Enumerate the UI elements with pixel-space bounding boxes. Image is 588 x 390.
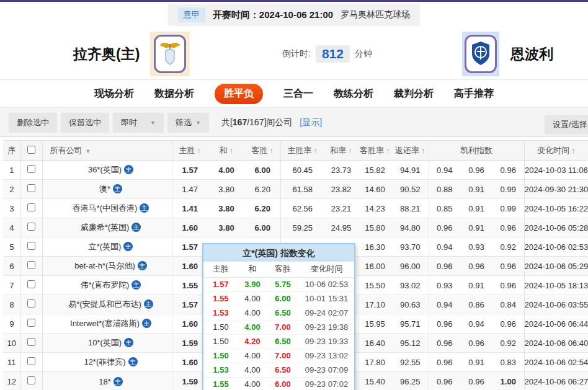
col-away-odds[interactable]: 客胜↑ — [245, 141, 280, 161]
col-change-time[interactable]: 变化时间↑ — [524, 141, 588, 161]
kelly-cell: 0.99 — [492, 180, 524, 199]
settings-button[interactable]: 设置/选择 — [545, 115, 588, 135]
row-checkbox[interactable] — [27, 338, 35, 346]
chevron-down-icon: ▼ — [195, 120, 201, 126]
company-cell[interactable]: 12*(菲律宾)主 — [42, 353, 172, 372]
company-cell[interactable]: bet-at-h*(马尔他)主 — [42, 257, 172, 276]
popup-header-row: 主胜 和 客胜 变化时间 — [203, 262, 354, 277]
rate-cell: 59.25 — [280, 218, 324, 237]
tab-4[interactable]: 三合一 — [283, 87, 313, 100]
company-name[interactable]: bet-at-h*(马尔他) — [74, 261, 135, 270]
company-name[interactable]: 立*(英国) — [89, 242, 122, 251]
col-seq: 序 — [3, 141, 20, 161]
row-select-cell[interactable] — [20, 161, 42, 180]
row-select-cell[interactable] — [20, 180, 42, 199]
rate-cell: 17.10 — [358, 295, 392, 314]
col-select-all[interactable] — [20, 141, 42, 161]
popup-draw-odds: 4.00 — [238, 306, 267, 320]
kickoff-time: 开赛时间：2024-10-06 21:00 — [213, 9, 333, 21]
col-home-rate[interactable]: 主胜率↑ — [280, 141, 324, 161]
main-company-badge: 主 — [114, 377, 123, 386]
company-cell[interactable]: 香港马*(中国香港)主 — [42, 199, 172, 218]
kelly-cell: 0.96 — [492, 257, 524, 276]
delete-selected-button[interactable]: 删除选中 — [9, 113, 57, 133]
popup-away-odds: 7.00 — [267, 320, 299, 334]
show-link[interactable]: [显示] — [300, 117, 322, 128]
tab-6[interactable]: 裁判分析 — [394, 87, 434, 100]
table-row[interactable]: 4威廉希*(英国)主1.603.806.0059.2524.9515.8094.… — [3, 218, 588, 237]
company-cell[interactable]: 伟*(直布罗陀)主 — [42, 276, 172, 295]
row-checkbox[interactable] — [27, 203, 35, 211]
rate-cell: 15.95 — [358, 314, 392, 334]
kelly-cell: 0.92 — [492, 237, 524, 257]
row-checkbox[interactable] — [27, 184, 35, 192]
row-select-cell[interactable] — [20, 295, 42, 314]
table-row[interactable]: 136*(英国)主1.574.006.0060.4523.7315.8294.9… — [3, 161, 588, 180]
keep-selected-button[interactable]: 保留选中 — [61, 113, 109, 133]
row-select-cell[interactable] — [20, 314, 42, 334]
tab-5[interactable]: 教练分析 — [334, 87, 373, 100]
company-name[interactable]: 威廉希*(英国) — [81, 223, 130, 232]
company-name[interactable]: 10*(英国) — [88, 338, 122, 347]
company-name[interactable]: 18* — [99, 377, 111, 386]
company-cell[interactable]: 立*(英国)主 — [42, 237, 172, 257]
popup-row: 1.534.006.5009-23 07:09 — [203, 363, 354, 377]
tab-3[interactable]: 胜平负 — [215, 84, 263, 104]
row-select-cell[interactable] — [20, 276, 42, 295]
instant-dropdown[interactable]: 即时▼ — [113, 113, 164, 133]
popup-draw-odds: 4.00 — [238, 320, 267, 334]
row-seq: 1 — [3, 161, 20, 180]
row-select-cell[interactable] — [20, 334, 42, 353]
col-draw-rate[interactable]: 和率↑ — [324, 141, 358, 161]
company-cell[interactable]: 36*(英国)主 — [42, 161, 172, 180]
col-return-rate[interactable]: 返还率↑ — [392, 141, 429, 161]
company-name[interactable]: 12*(菲律宾) — [84, 357, 125, 366]
kelly-cell: 0.96 — [429, 257, 460, 276]
select-all-checkbox[interactable] — [27, 146, 35, 154]
company-cell[interactable]: 18*主 — [42, 372, 172, 390]
kelly-cell: 0.94 — [429, 295, 460, 314]
company-name[interactable]: 香港马*(中国香港) — [73, 203, 138, 213]
company-cell[interactable]: 易*(安提瓜和巴布达)主 — [42, 295, 172, 314]
company-cell[interactable]: 澳*主 — [42, 180, 172, 199]
row-select-cell[interactable] — [20, 218, 42, 237]
row-select-cell[interactable] — [20, 257, 42, 276]
popup-time: 09-23 19:33 — [299, 334, 354, 348]
tab-1[interactable]: 现场分析 — [94, 87, 134, 100]
tab-2[interactable]: 数据分析 — [154, 87, 194, 100]
row-checkbox[interactable] — [27, 357, 35, 365]
company-cell[interactable]: Interwet*(塞浦路斯)主 — [42, 314, 172, 334]
row-checkbox[interactable] — [27, 165, 35, 173]
filter-dropdown[interactable]: 筛选▼ — [167, 113, 209, 133]
company-cell[interactable]: 威廉希*(英国)主 — [42, 218, 172, 237]
row-checkbox[interactable] — [27, 299, 35, 308]
rate-cell: 94.91 — [392, 161, 429, 180]
col-away-rate[interactable]: 客胜率↑ — [358, 141, 392, 161]
row-checkbox[interactable] — [27, 261, 35, 269]
tab-7[interactable]: 高手推荐 — [454, 87, 494, 100]
col-company[interactable]: 所有公司▼ — [42, 141, 172, 161]
row-checkbox[interactable] — [27, 223, 35, 231]
col-home-odds[interactable]: 主胜↑ — [172, 141, 208, 161]
table-row[interactable]: 2澳*主1.473.806.2061.5823.8214.6090.520.88… — [3, 180, 588, 199]
sort-asc-icon: ↑ — [386, 146, 390, 155]
row-checkbox[interactable] — [27, 242, 35, 250]
company-name[interactable]: 澳* — [99, 184, 110, 193]
company-cell[interactable]: 10*(英国)主 — [42, 334, 172, 353]
row-select-cell[interactable] — [20, 237, 42, 257]
row-seq: 4 — [3, 218, 20, 237]
rate-cell: 15.50 — [358, 276, 392, 295]
company-name[interactable]: 36*(英国) — [88, 165, 122, 174]
company-name[interactable]: 易*(安提瓜和巴布达) — [68, 299, 141, 309]
col-draw-odds[interactable]: 和↑ — [208, 141, 245, 161]
table-row[interactable]: 3香港马*(中国香港)主1.413.806.2062.5623.2114.238… — [3, 199, 588, 218]
row-select-cell[interactable] — [20, 199, 42, 218]
row-checkbox[interactable] — [27, 280, 35, 288]
row-checkbox[interactable] — [27, 376, 35, 384]
company-name[interactable]: 伟*(直布罗陀) — [81, 280, 130, 290]
row-select-cell[interactable] — [20, 353, 42, 372]
popup-away-odds: 7.00 — [267, 348, 299, 363]
row-checkbox[interactable] — [27, 319, 35, 327]
company-name[interactable]: Interwet*(塞浦路斯) — [70, 319, 140, 328]
row-select-cell[interactable] — [20, 372, 42, 390]
